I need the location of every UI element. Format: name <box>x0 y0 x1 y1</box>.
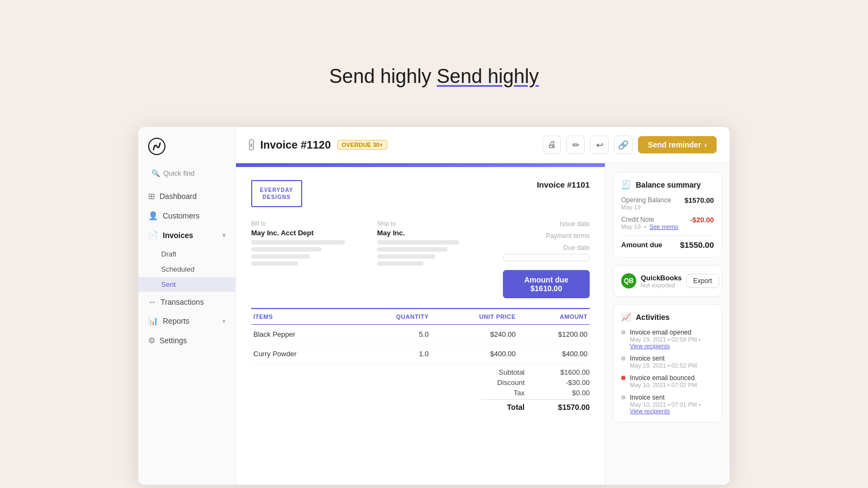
subtotal-value: $1600.00 <box>557 368 590 376</box>
ship-to-address <box>377 240 494 266</box>
balance-amount-due-label: Amount due <box>621 241 662 249</box>
print-button[interactable]: 🖨 <box>542 136 561 154</box>
sidebar-subitem-scheduled[interactable]: Scheduled <box>138 262 235 277</box>
quickbooks-name: QuickBooks <box>641 274 682 282</box>
discount-row: Discount -$30.00 <box>481 378 590 387</box>
undo-icon: ↩ <box>596 140 603 150</box>
draft-label: Draft <box>161 250 176 258</box>
invoice-number: Invoice #1101 <box>537 180 590 189</box>
list-item: Invoice email bounced May 10, 2021 • 07:… <box>621 374 714 388</box>
activities-icon: 📈 <box>621 312 631 322</box>
opening-balance-value: $1570.00 <box>685 196 714 204</box>
opening-balance-label: Opening Balance <box>621 196 671 204</box>
invoice-right-meta: Issue date Payment terms Due date <box>503 220 590 298</box>
ship-to-label: Ship to <box>377 220 494 227</box>
sidebar-item-transactions[interactable]: ↔ Transactions <box>138 293 235 311</box>
link-icon: 🔗 <box>618 140 629 150</box>
send-reminder-icon: › <box>704 140 707 149</box>
content-area: EVERYDAY DESIGNS Invoice #1101 Bill to M… <box>236 163 730 485</box>
total-label: Total <box>481 403 525 412</box>
item-quantity: 1.0 <box>352 344 431 364</box>
chevron-down-icon: ▾ <box>222 232 226 239</box>
tax-label: Tax <box>481 389 525 397</box>
sidebar-nav: ⊞ Dashboard 👤 Customers 📄 Invoices ▾ Dra… <box>138 187 235 350</box>
quick-find-button[interactable]: 🔍 Quick find <box>144 166 230 181</box>
overdue-badge: OVERDUE 30+ <box>337 140 387 150</box>
right-panel: 🧾 Balance summary Opening Balance May 19… <box>605 163 730 485</box>
bill-to-name: May Inc. Acct Dept <box>251 229 368 237</box>
invoice-accent-bar <box>236 163 605 167</box>
customers-icon: 👤 <box>148 211 158 221</box>
sidebar-item-dashboard[interactable]: ⊞ Dashboard <box>138 187 235 206</box>
activity-meta: May 10, 2021 • 07:02 PM <box>630 382 697 388</box>
amount-due-box: Amount due $1610.00 <box>503 270 590 298</box>
invoice-number-block: Invoice #1101 <box>537 180 590 189</box>
ship-address-line-4 <box>377 261 424 266</box>
invoices-icon: 📄 <box>148 230 158 240</box>
hero-section: Send highly Send highly <box>329 33 539 110</box>
undo-button[interactable]: ↩ <box>590 136 609 154</box>
sidebar-item-customers[interactable]: 👤 Customers <box>138 207 235 225</box>
bill-to-section: Bill to May Inc. Acct Dept <box>251 220 368 298</box>
ship-to-name: May Inc. <box>377 229 494 237</box>
unit-price-col-header: UNIT PRICE <box>431 309 518 325</box>
send-reminder-button[interactable]: Send reminder › <box>638 136 717 153</box>
totals-section: Subtotal $1600.00 Discount -$30.00 Tax $… <box>251 368 590 412</box>
sidebar-subitem-draft[interactable]: Draft <box>138 247 235 261</box>
sidebar-item-settings-label: Settings <box>159 336 187 345</box>
edit-button[interactable]: ✏ <box>566 136 585 154</box>
credit-note-label: Credit Note <box>621 216 678 223</box>
opening-balance-date: May 19 <box>621 204 671 210</box>
edit-icon: ✏ <box>572 140 579 150</box>
item-unit-price: $240.00 <box>431 325 518 344</box>
activity-meta: May 19, 2021 • 02:58 PM • View recipient… <box>630 336 714 349</box>
export-button[interactable]: Export <box>686 274 719 288</box>
item-name: Black Pepper <box>251 325 352 344</box>
table-row: Curry Powder 1.0 $400.00 $400.00 <box>251 344 590 364</box>
quickbooks-card: QB QuickBooks Not exported Export <box>613 265 722 297</box>
link-button[interactable]: 🔗 <box>614 136 633 154</box>
list-item: Invoice sent May 19, 2021 • 02:52 PM <box>621 355 714 369</box>
hero-title: Send highly Send highly <box>329 65 539 88</box>
invoice-title: Invoice #1120 <box>260 139 331 151</box>
print-icon: 🖨 <box>547 140 556 150</box>
item-unit-price: $400.00 <box>431 344 518 364</box>
activity-dot <box>621 330 626 335</box>
subtotal-row: Subtotal $1600.00 <box>481 368 590 376</box>
ship-address-line-2 <box>377 247 448 252</box>
issue-date-right-label: Issue date <box>560 220 590 228</box>
quickbooks-icon: QB <box>621 273 636 288</box>
sidebar-item-reports[interactable]: 📊 Reports ▾ <box>138 312 235 330</box>
payment-terms-right-label: Payment terms <box>546 232 590 240</box>
activity-info: Invoice email bounced May 10, 2021 • 07:… <box>630 374 697 388</box>
sidebar-item-reports-label: Reports <box>163 317 189 325</box>
transactions-icon: ↔ <box>148 297 156 306</box>
activity-text: Invoice sent <box>630 355 697 362</box>
subtotal-label: Subtotal <box>481 368 525 376</box>
search-icon: 🔍 <box>151 169 160 177</box>
view-recipients-link[interactable]: View recipients <box>630 408 670 414</box>
quick-find-label: Quick find <box>163 169 195 177</box>
sidebar-item-invoices[interactable]: 📄 Invoices ▾ <box>138 226 235 245</box>
invoice-header-row: EVERYDAY DESIGNS Invoice #1101 <box>251 180 590 207</box>
view-recipients-link[interactable]: View recipients <box>630 343 670 349</box>
activities-title: 📈 Activities <box>621 312 714 322</box>
settings-icon: ⚙ <box>148 336 155 345</box>
sidebar-item-settings[interactable]: ⚙ Settings <box>138 331 235 350</box>
credit-note-value: -$20.00 <box>690 216 714 224</box>
due-date-value <box>503 254 590 261</box>
balance-amount-due-value: $1550.00 <box>680 240 714 249</box>
sidebar-subitem-sent[interactable]: Sent <box>138 277 235 292</box>
item-name: Curry Powder <box>251 344 352 364</box>
address-line-3 <box>251 254 310 259</box>
app-window: 🔍 Quick find ⊞ Dashboard 👤 Customers 📄 I… <box>138 127 730 485</box>
address-line-1 <box>251 240 345 245</box>
activity-meta: May 19, 2021 • 02:52 PM <box>630 362 697 369</box>
activity-info: Invoice sent May 10, 2021 • 07:01 PM • V… <box>630 394 714 414</box>
address-line-4 <box>251 261 298 266</box>
activity-text: Invoice email opened <box>630 329 714 336</box>
amount-due-label: Amount due <box>510 275 582 284</box>
back-button[interactable]: ‹ <box>249 139 254 150</box>
see-memo-link[interactable]: See memo <box>649 223 678 230</box>
topbar-actions: 🖨 ✏ ↩ 🔗 Send reminder › <box>542 136 717 154</box>
